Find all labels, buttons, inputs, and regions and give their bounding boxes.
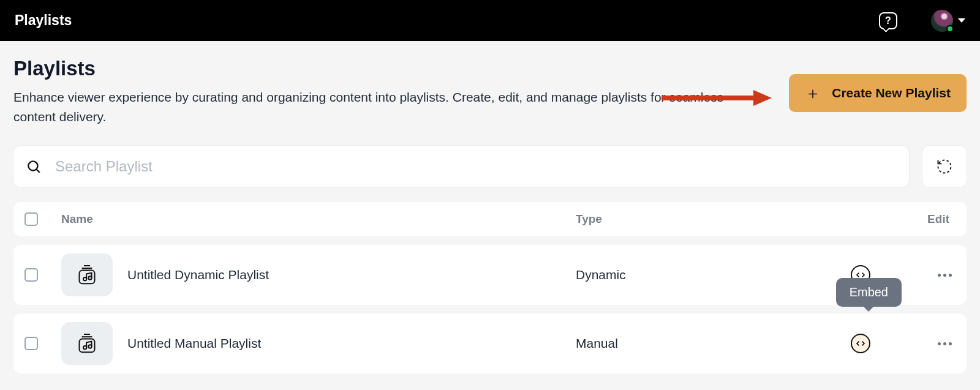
table-row: Embed Untitled Manual Playlist bbox=[13, 313, 967, 373]
avatar bbox=[931, 10, 953, 32]
svg-line-1 bbox=[37, 170, 40, 173]
playlist-type: Dynamic bbox=[576, 268, 839, 282]
account-menu[interactable] bbox=[931, 10, 965, 32]
table-header: Name Type Edit bbox=[13, 202, 967, 236]
create-new-playlist-button[interactable]: ＋ Create New Playlist bbox=[789, 74, 967, 112]
topbar-title: Playlists bbox=[15, 12, 72, 29]
header-type: Type bbox=[576, 212, 839, 226]
playlist-name[interactable]: Untitled Dynamic Playlist bbox=[127, 268, 269, 282]
content: Playlists Enhance viewer experience by c… bbox=[0, 41, 980, 373]
reset-search-button[interactable] bbox=[922, 146, 967, 187]
embed-tooltip: Embed bbox=[836, 278, 902, 307]
row-checkbox[interactable] bbox=[24, 268, 38, 282]
question-icon: ? bbox=[885, 15, 891, 26]
more-actions-button[interactable] bbox=[934, 270, 956, 280]
header-name: Name bbox=[61, 212, 576, 226]
table-row: Untitled Dynamic Playlist Dynamic bbox=[13, 245, 967, 305]
select-all-checkbox[interactable] bbox=[24, 212, 38, 226]
page-title: Playlists bbox=[13, 57, 764, 80]
playlist-thumb bbox=[61, 253, 113, 296]
code-icon bbox=[856, 340, 865, 347]
playlists-table: Name Type Edit bbox=[13, 202, 967, 373]
chevron-down-icon bbox=[958, 18, 965, 23]
playlist-thumb bbox=[61, 322, 113, 365]
page-description: Enhance viewer experience by curating an… bbox=[13, 88, 761, 126]
topbar: Playlists ? bbox=[0, 0, 980, 41]
page-header: Playlists Enhance viewer experience by c… bbox=[13, 57, 967, 126]
playlist-type: Manual bbox=[576, 336, 839, 351]
search-input[interactable] bbox=[55, 158, 897, 175]
status-online-icon bbox=[946, 25, 954, 32]
create-button-label: Create New Playlist bbox=[832, 86, 951, 100]
playlist-name[interactable]: Untitled Manual Playlist bbox=[127, 336, 261, 351]
refresh-icon bbox=[936, 158, 953, 175]
svg-point-0 bbox=[28, 161, 37, 170]
search-icon bbox=[26, 159, 42, 174]
search-row bbox=[13, 146, 967, 187]
search-box[interactable] bbox=[13, 146, 909, 187]
playlist-icon bbox=[75, 331, 99, 356]
row-checkbox[interactable] bbox=[24, 337, 38, 350]
help-button[interactable]: ? bbox=[879, 12, 897, 29]
header-edit: Edit bbox=[882, 212, 956, 226]
playlist-icon bbox=[75, 263, 99, 287]
more-actions-button[interactable] bbox=[934, 339, 956, 349]
embed-button[interactable] bbox=[851, 334, 870, 353]
